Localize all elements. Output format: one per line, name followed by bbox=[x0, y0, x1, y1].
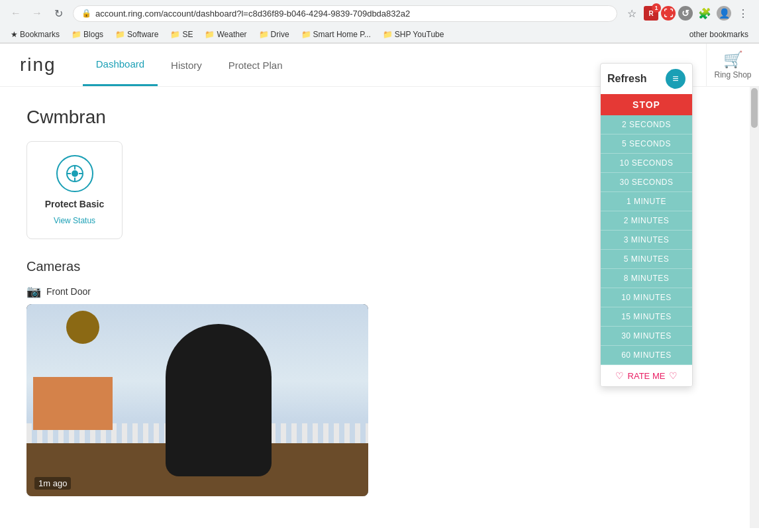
chrome-menu-button[interactable]: ⋮ bbox=[734, 4, 752, 23]
menu-icon-circle[interactable]: ≡ bbox=[666, 69, 685, 89]
browser-chrome: ← → ↻ 🔒 account.ring.com/account/dashboa… bbox=[0, 0, 759, 44]
bookmark-bookmarks[interactable]: ★ Bookmarks bbox=[7, 28, 64, 40]
refresh-header: Refresh ≡ bbox=[601, 64, 692, 94]
heart-right-icon: ♡ bbox=[669, 370, 678, 381]
bookmark-software[interactable]: 📁 Software bbox=[111, 28, 162, 40]
refresh-dropdown: Refresh ≡ STOP 2 SECONDS 5 SECONDS 10 SE… bbox=[600, 63, 693, 387]
toolbar-icons: ☆ R 1 ⛶ ↺ 🧩 👤 ⋮ bbox=[623, 4, 752, 23]
bookmark-smart-home[interactable]: 📁 Smart Home P... bbox=[297, 28, 375, 40]
option-5s[interactable]: 5 SECONDS bbox=[601, 134, 692, 154]
nav-history[interactable]: History bbox=[158, 44, 215, 86]
camera-house bbox=[33, 377, 113, 430]
browser-toolbar: ← → ↻ 🔒 account.ring.com/account/dashboa… bbox=[0, 0, 759, 27]
ext-badge: 1 bbox=[652, 3, 661, 13]
nav-protect-plan[interactable]: Protect Plan bbox=[215, 44, 296, 86]
option-30s[interactable]: 30 SECONDS bbox=[601, 173, 692, 192]
option-15m[interactable]: 15 MINUTES bbox=[601, 307, 692, 327]
bookmark-star-button[interactable]: ☆ bbox=[623, 4, 641, 23]
option-30m[interactable]: 30 MINUTES bbox=[601, 327, 692, 346]
protect-basic-card[interactable]: Protect Basic View Status bbox=[26, 141, 123, 239]
protect-basic-title: Protect Basic bbox=[45, 199, 104, 209]
extension-icon-2[interactable]: ⛶ bbox=[661, 6, 676, 21]
option-8m[interactable]: 8 MINUTES bbox=[601, 269, 692, 288]
ring-logo[interactable]: ring bbox=[20, 54, 56, 76]
bookmark-youtube[interactable]: 📁 SHP YouTube bbox=[379, 28, 448, 40]
stop-button[interactable]: STOP bbox=[601, 94, 692, 115]
camera-person bbox=[166, 324, 272, 476]
option-10m[interactable]: 10 MINUTES bbox=[601, 288, 692, 307]
option-5m[interactable]: 5 MINUTES bbox=[601, 250, 692, 269]
protect-icon bbox=[56, 155, 93, 192]
ring-shop-button[interactable]: 🛒 Ring Shop bbox=[706, 44, 759, 86]
extensions-button[interactable]: 🧩 bbox=[695, 4, 714, 23]
cart-icon: 🛒 bbox=[723, 50, 743, 69]
ring-shop-label: Ring Shop bbox=[714, 70, 751, 80]
reload-button[interactable]: ↻ bbox=[49, 4, 68, 23]
camera-device-icon: 📷 bbox=[26, 284, 41, 299]
address-bar[interactable]: 🔒 account.ring.com/account/dashboard?l=c… bbox=[73, 5, 617, 22]
refresh-title: Refresh bbox=[607, 73, 647, 85]
option-1m[interactable]: 1 MINUTE bbox=[601, 192, 692, 211]
url-text: account.ring.com/account/dashboard?l=c8d… bbox=[95, 9, 609, 19]
option-2m[interactable]: 2 MINUTES bbox=[601, 211, 692, 231]
scrollbar-track[interactable] bbox=[750, 87, 759, 528]
heart-left-icon: ♡ bbox=[615, 370, 624, 381]
bookmark-blogs[interactable]: 📁 Blogs bbox=[68, 28, 107, 40]
bookmark-drive[interactable]: 📁 Drive bbox=[255, 28, 293, 40]
option-3m[interactable]: 3 MINUTES bbox=[601, 231, 692, 250]
nav-buttons: ← → ↻ bbox=[7, 4, 68, 23]
bookmark-other[interactable]: other bookmarks bbox=[685, 28, 752, 40]
nav-dashboard[interactable]: Dashboard bbox=[83, 44, 158, 86]
lock-icon: 🔒 bbox=[81, 9, 91, 18]
bookmark-se[interactable]: 📁 SE bbox=[166, 28, 197, 40]
extension-icon-3[interactable]: ↺ bbox=[678, 6, 693, 21]
camera-name: Front Door bbox=[46, 286, 91, 297]
user-avatar[interactable]: 👤 bbox=[717, 6, 731, 21]
bookmarks-bar: ★ Bookmarks 📁 Blogs 📁 Software 📁 SE 📁 We… bbox=[0, 27, 759, 43]
view-status-link[interactable]: View Status bbox=[54, 216, 95, 225]
option-60m[interactable]: 60 MINUTES bbox=[601, 346, 692, 365]
back-button[interactable]: ← bbox=[7, 4, 25, 23]
camera-timestamp: 1m ago bbox=[34, 477, 71, 490]
svg-point-1 bbox=[72, 170, 78, 177]
option-10s[interactable]: 10 SECONDS bbox=[601, 154, 692, 173]
bookmark-weather[interactable]: 📁 Weather bbox=[201, 28, 250, 40]
camera-feed[interactable]: 1m ago bbox=[26, 304, 368, 496]
scrollbar-thumb[interactable] bbox=[751, 88, 758, 128]
page-content: ring Dashboard History Protect Plan 🛒 Ri… bbox=[0, 44, 759, 528]
forward-button[interactable]: → bbox=[28, 4, 46, 23]
extension-icon-1[interactable]: R 1 bbox=[644, 6, 658, 21]
rate-me-label: RATE ME bbox=[628, 371, 666, 381]
ring-nav: Dashboard History Protect Plan bbox=[83, 44, 296, 86]
rate-me-button[interactable]: ♡ RATE ME ♡ bbox=[601, 365, 692, 386]
option-2s[interactable]: 2 SECONDS bbox=[601, 115, 692, 134]
camera-head bbox=[66, 311, 99, 344]
